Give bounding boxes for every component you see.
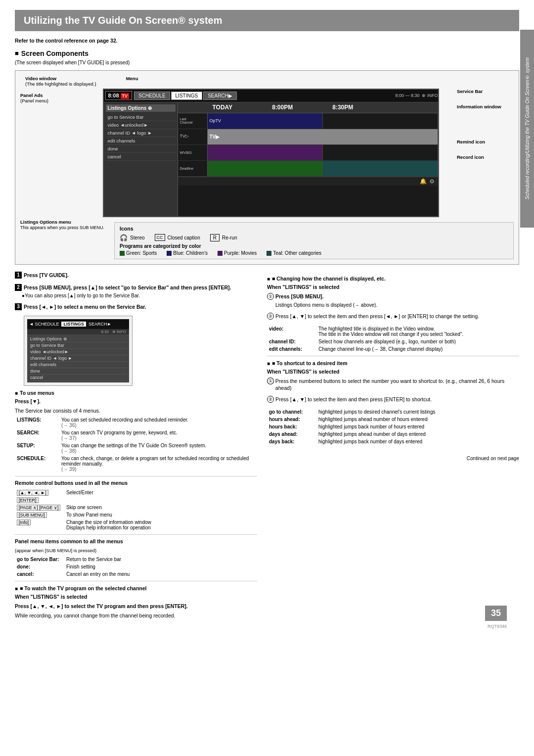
page-title: Utilizing the TV Guide On Screen® system	[15, 10, 519, 31]
step3-block: 3 Press [◄, ►] to select a menu on the S…	[15, 303, 257, 311]
video-item: video ◄unlocked►	[106, 121, 176, 129]
video-row: video: The highlighted title is displaye…	[267, 325, 519, 338]
stereo-item: 🎧 Stereo	[120, 234, 144, 241]
when-listings-shortcut: When "LISTINGS" is selected	[267, 368, 519, 376]
remind-icon-mockup: 🔔	[420, 178, 427, 185]
menu-label: Menu	[126, 76, 138, 87]
remote-btn-enter: [ENTER]	[15, 496, 257, 504]
tvguide-mockup: 8:08 TV SCHEDULE LISTINGS SEARCH▶ 8:00 —…	[103, 89, 439, 217]
cancel-item: cancel	[106, 153, 176, 161]
prog-empty1	[323, 113, 438, 129]
info-time: 8:00 — 8:30 ⊕ INFO	[395, 93, 438, 98]
right-column: ■ Changing how the channel is displayed,…	[267, 272, 519, 621]
mini-listings-options: Listings Options ⊕	[29, 336, 128, 342]
time-8pm: 8:00PM	[272, 104, 293, 111]
listings-options-header: Listings Options ⊕	[106, 104, 176, 112]
remote-buttons-table: [▲, ▼, ◄, ►] Select/Enter [ENTER] [PAGE …	[15, 489, 257, 531]
prog-empty2	[323, 145, 438, 160]
prog-deadline	[208, 161, 323, 176]
schedule-menu-row: SCHEDULE: You can check, change, or dele…	[15, 455, 257, 473]
change-step1-num: ①	[267, 293, 274, 300]
press-v-label: Press [▼].	[15, 398, 257, 405]
prog-wvbg	[208, 145, 323, 160]
page-number-box: 35	[485, 606, 507, 621]
page-number: 35	[485, 606, 507, 621]
sidebar-vertical-text: Scheduled recording/Utilizing the TV Gui…	[525, 57, 530, 199]
change-step2-num: ②	[267, 313, 274, 320]
step3-row: 3 Press [◄, ►] to select a menu on the S…	[15, 303, 257, 311]
info-window-label-right: Information window	[457, 104, 514, 109]
cc-item: CC Closed caption	[155, 234, 200, 241]
change-step2-text: Press [▲, ▼] to select the item and then…	[275, 313, 479, 320]
color-purple: Purple: Movies	[218, 250, 257, 256]
step1-text: Press [TV GUIDE].	[24, 272, 69, 279]
when-listings-watch: When "LISTINGS" is selected	[15, 593, 257, 601]
edit-channels-row: edit channels: Change channel line-up (→…	[267, 345, 519, 353]
days-ahead-row: days ahead: highlighted jumps ahead numb…	[267, 430, 519, 438]
step3-text: Press [◄, ►] to select a menu on the Ser…	[24, 303, 146, 311]
section-screen-components: Screen Components	[15, 49, 519, 57]
mini-done: done	[29, 368, 128, 375]
sidebar-vertical: Scheduled recording/Utilizing the TV Gui…	[520, 30, 534, 228]
channel-grid: TODAY 8:00PM 8:30PM LastChannel O	[178, 102, 438, 216]
shortcut-step2-text: Press [▲, ▼] to select the item and then…	[275, 396, 432, 403]
done-item: done	[106, 145, 176, 153]
shortcut-items-table: go to channel: highlighted jumps to desi…	[267, 408, 519, 445]
to-use-menus-title: To use menus	[15, 390, 257, 396]
panel-ads-label: Panel Ads (Panel menu)	[20, 89, 85, 103]
step2-block: 2 Press [SUB MENU], press [▲] to select …	[15, 284, 257, 299]
search-tab: SEARCH▶	[203, 92, 237, 100]
to-shortcut-title: ■ To shortcut to a desired item	[267, 360, 519, 366]
service-bar-desc: The Service bar consists of 4 menus.	[15, 407, 257, 415]
change-step1-sub: Listings Options menu is displayed (→ ab…	[275, 302, 377, 309]
remote-btn-submenu: [SUB MENU] To show Panel menu	[15, 511, 257, 519]
continued-text: Continued on next page	[267, 455, 519, 462]
color-green: Green: Sports	[120, 250, 157, 256]
channel-id-row: channel ID: Select how channels are disp…	[267, 338, 519, 345]
remind-label-right: Remind icon	[457, 139, 514, 144]
screen-components-caption: (The screen displayed when [TV GUIDE] is…	[15, 59, 519, 66]
hours-ahead-row: hours ahead: highlighted jumps ahead num…	[267, 416, 519, 423]
color-blue: Blue: Children's	[167, 250, 208, 256]
tv-guide-diagram: Video window (The title highlighted is d…	[15, 70, 519, 265]
service-bar-label-right: Service Bar	[457, 89, 514, 94]
schedule-tab: SCHEDULE	[134, 92, 170, 100]
prog-tv-selected: TV▶	[208, 129, 438, 144]
channel-row-last: LastChannel OpTV	[178, 113, 438, 129]
mini-cancel: cancel	[29, 375, 128, 381]
rerun-item: R Re-run	[210, 234, 237, 241]
icons-box: Icons 🎧 Stereo CC Closed caption R Re-r	[114, 222, 514, 259]
step3-num: 3	[15, 303, 22, 310]
when-listings-change: When "LISTINGS" is selected	[267, 284, 519, 291]
shortcut-step2: ② Press [▲, ▼] to select the item and th…	[267, 396, 519, 405]
shortcut-step1-num: ①	[267, 378, 274, 384]
video-window-label: Video window (The title highlighted is d…	[25, 76, 96, 87]
listings-tab: LISTINGS	[171, 92, 203, 100]
goto-service-row: go to Service Bar: Return to the Service…	[15, 556, 257, 563]
color-legend-title: Programs are categorized by color	[120, 243, 508, 249]
to-watch-note: While recording, you cannot change from …	[15, 612, 257, 619]
to-watch-desc: Press [▲, ▼, ◄, ►] to select the TV prog…	[15, 603, 257, 610]
step1-block: 1 Press [TV GUIDE].	[15, 272, 257, 279]
record-label-right: Record icon	[457, 154, 514, 160]
mini-diagram: ◄ SCHEDULE LISTINGS SEARCH► 8:30 ⊕ INFO …	[24, 316, 133, 386]
content-columns: 1 Press [TV GUIDE]. 2 Press [SUB MENU], …	[15, 272, 519, 621]
change-step1: ① Press [SUB MENU]. Listings Options men…	[267, 293, 519, 311]
prog-deadline2	[323, 161, 438, 176]
channel-id-item: channel ID ◄ logo ►	[106, 129, 176, 137]
remote-btn-info: [Info] Change the size of information wi…	[15, 519, 257, 531]
listings-panel: Listings Options ⊕ go to Service Bar vid…	[104, 102, 438, 216]
to-watch-title: ■ To watch the TV program on the selecte…	[15, 585, 257, 591]
stereo-icon: 🎧	[120, 234, 128, 241]
time-830pm: 8:30PM	[332, 104, 353, 111]
left-column: 1 Press [TV GUIDE]. 2 Press [SUB MENU], …	[15, 272, 257, 621]
goto-service-bar-item: go to Service Bar	[106, 113, 176, 121]
search-menu-row: SEARCH: You can search TV programs by ge…	[15, 429, 257, 442]
remote-btn-arrows: [▲, ▼, ◄, ►] Select/Enter	[15, 489, 257, 496]
step2-text: Press [SUB MENU], press [▲] to select "g…	[24, 284, 231, 291]
step2-row: 2 Press [SUB MENU], press [▲] to select …	[15, 284, 257, 291]
days-back-row: days back: highlighted jumps back number…	[267, 438, 519, 445]
service-bar-mockup: 8:08 TV SCHEDULE LISTINGS SEARCH▶ 8:00 —…	[104, 90, 438, 102]
menus-table: LISTINGS: You can set scheduled recordin…	[15, 416, 257, 473]
record-icon-mockup: ⊙	[430, 178, 434, 185]
